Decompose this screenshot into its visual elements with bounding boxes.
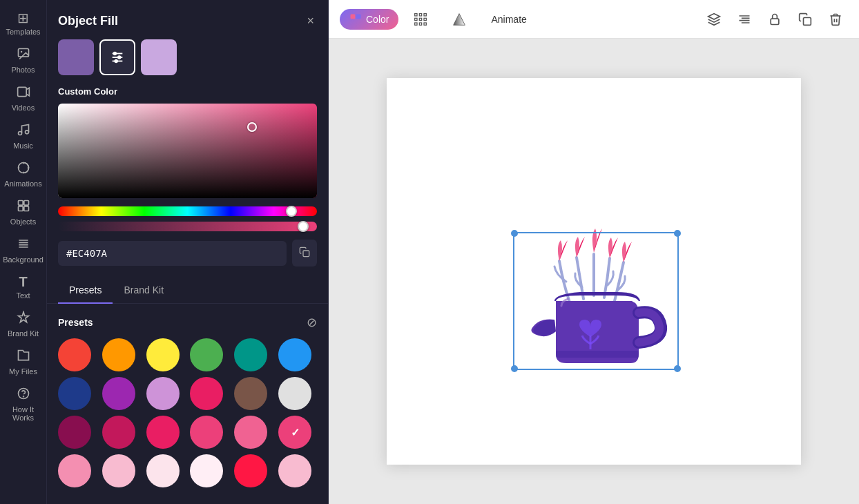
preset-swatch[interactable]	[58, 416, 91, 449]
hue-slider-container[interactable]	[58, 206, 317, 216]
svg-rect-22	[420, 13, 422, 15]
preset-swatch[interactable]	[234, 416, 267, 449]
main-canvas: Color Animate	[329, 0, 859, 504]
copy-hex-button[interactable]	[292, 240, 317, 266]
preset-swatch[interactable]	[102, 454, 135, 487]
preset-swatch[interactable]	[234, 454, 267, 487]
svg-point-15	[118, 56, 121, 59]
tabs-row: Presets Brand Kit	[47, 278, 328, 304]
preset-swatch[interactable]	[102, 338, 135, 371]
layers-button[interactable]	[702, 7, 726, 32]
sidebar-item-text[interactable]: T Text	[3, 269, 44, 305]
sidebar-item-label: Music	[13, 142, 33, 150]
panel-close-button[interactable]: ×	[304, 11, 317, 31]
sidebar-item-label: Background	[3, 255, 44, 264]
preset-swatch[interactable]	[190, 338, 223, 371]
delete-button[interactable]	[823, 7, 848, 32]
swatch-sliders[interactable]	[99, 39, 135, 75]
preset-swatch[interactable]	[234, 377, 267, 410]
sidebar-item-label: Videos	[12, 104, 35, 112]
layers-icon	[707, 12, 721, 26]
toolbar-tab-gradient[interactable]	[443, 8, 476, 30]
illustration-container[interactable]	[501, 171, 687, 371]
align-button[interactable]	[732, 7, 757, 32]
toolbar-tab-pattern[interactable]	[404, 8, 437, 30]
toolbar-tab-animate[interactable]: Animate	[481, 10, 536, 29]
objects-icon	[17, 199, 30, 215]
text-icon: T	[19, 275, 27, 289]
preset-swatch[interactable]	[278, 454, 311, 487]
background-icon	[17, 237, 30, 253]
svg-rect-21	[415, 13, 417, 15]
preset-swatch[interactable]	[146, 377, 180, 410]
sidebar-item-brand[interactable]: Brand Kit	[3, 305, 44, 343]
svg-rect-20	[356, 14, 361, 19]
how-it-works-icon	[17, 387, 30, 403]
preset-swatch[interactable]	[58, 377, 91, 410]
lock-button[interactable]	[762, 7, 787, 32]
color-tab-label: Color	[366, 14, 389, 25]
preset-swatch[interactable]	[190, 416, 223, 449]
preset-swatch[interactable]	[278, 416, 311, 449]
svg-rect-6	[18, 201, 23, 206]
sidebar-item-animations[interactable]: Animations	[3, 155, 44, 193]
opacity-slider-container[interactable]	[58, 222, 317, 231]
templates-icon: ⊞	[17, 11, 29, 25]
svg-rect-31	[771, 19, 779, 24]
canvas-content	[329, 39, 859, 504]
sidebar-item-label: Brand Kit	[8, 329, 39, 338]
preset-swatch[interactable]	[190, 377, 223, 410]
preset-swatch[interactable]	[146, 338, 180, 371]
tab-brand-kit[interactable]: Brand Kit	[113, 278, 175, 304]
color-gradient-picker[interactable]	[58, 104, 317, 198]
svg-rect-28	[420, 23, 422, 25]
svg-marker-30	[454, 13, 465, 25]
top-toolbar: Color Animate	[329, 0, 859, 39]
svg-point-13	[114, 52, 117, 55]
duplicate-icon	[798, 12, 812, 26]
preset-swatch[interactable]	[190, 454, 223, 487]
preset-swatch[interactable]	[278, 377, 311, 410]
photos-icon	[17, 47, 30, 63]
panel-header: Object Fill ×	[47, 0, 328, 39]
sidebar-item-files[interactable]: My Files	[3, 343, 44, 381]
opacity-handle	[298, 221, 309, 232]
svg-rect-8	[18, 206, 23, 211]
no-fill-icon[interactable]: ⊘	[307, 315, 317, 330]
preset-swatch[interactable]	[58, 454, 91, 487]
sidebar-item-templates[interactable]: ⊞ Templates	[3, 6, 44, 41]
animate-tab-label: Animate	[491, 14, 526, 25]
color-icon	[349, 13, 362, 26]
hue-slider-track	[58, 206, 317, 216]
sidebar-item-music[interactable]: Music	[3, 117, 44, 155]
videos-icon	[17, 85, 30, 101]
preset-swatch[interactable]	[146, 416, 180, 449]
preset-swatch[interactable]	[234, 338, 267, 371]
swatch-color-3[interactable]	[141, 39, 177, 75]
preset-swatch[interactable]	[102, 416, 135, 449]
svg-rect-18	[303, 251, 309, 257]
files-icon	[17, 349, 30, 365]
sidebar-item-background[interactable]: Background	[3, 231, 44, 269]
svg-point-4	[25, 130, 28, 134]
preset-swatch[interactable]	[58, 338, 91, 371]
sidebar-item-label: My Files	[9, 367, 37, 376]
opacity-slider-track	[58, 222, 317, 231]
tab-presets[interactable]: Presets	[58, 278, 113, 304]
sidebar-item-videos[interactable]: Videos	[3, 79, 44, 117]
hex-input[interactable]	[58, 241, 287, 266]
svg-rect-2	[17, 87, 26, 96]
pattern-icon	[414, 12, 427, 26]
sidebar-item-photos[interactable]: Photos	[3, 41, 44, 79]
svg-rect-24	[415, 18, 417, 20]
sidebar-item-objects[interactable]: Objects	[3, 193, 44, 231]
sidebar-item-how-it-works[interactable]: How It Works	[3, 381, 44, 427]
duplicate-button[interactable]	[793, 7, 818, 32]
toolbar-tab-color[interactable]: Color	[340, 9, 398, 30]
preset-swatch[interactable]	[146, 454, 180, 487]
swatch-color-1[interactable]	[58, 39, 94, 75]
preset-swatch[interactable]	[278, 338, 311, 371]
preset-swatch[interactable]	[102, 377, 135, 410]
svg-rect-23	[424, 13, 426, 15]
svg-point-1	[20, 51, 21, 53]
